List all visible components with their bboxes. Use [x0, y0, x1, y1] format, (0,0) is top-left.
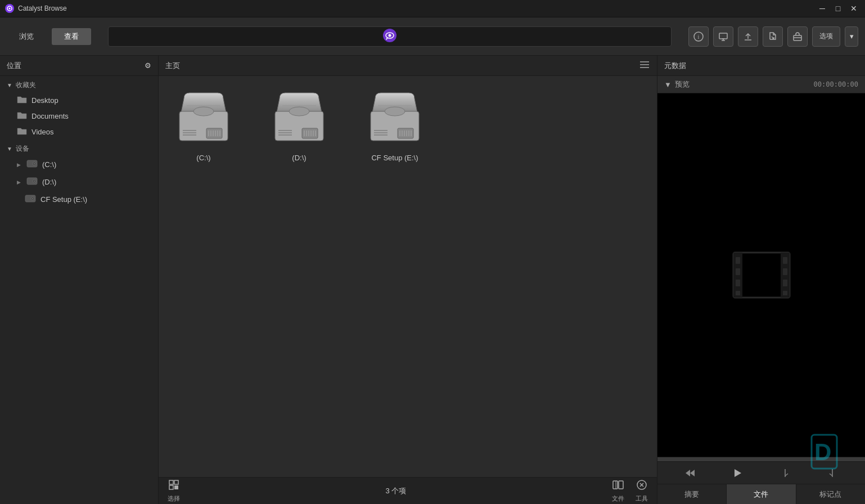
devices-label: 设备 [16, 144, 29, 154]
metadata-tabs: 摘要 文件 标记点 [657, 484, 865, 504]
favorites-label: 收藏夹 [16, 80, 36, 90]
svg-rect-89 [783, 280, 787, 286]
bottom-bar: 选择 3 个项 文件 [159, 477, 657, 504]
drive-icon-e [361, 87, 429, 149]
content-drive-grid: (C:\) [159, 76, 657, 477]
sidebar-e-drive-label: CF Setup (E:\) [40, 195, 87, 204]
svg-marker-91 [686, 470, 690, 476]
play-button[interactable] [729, 465, 746, 482]
content-home-label: 主页 [165, 61, 180, 71]
sidebar-videos-label: Videos [31, 128, 54, 136]
search-bar[interactable] [108, 26, 672, 47]
devices-arrow-icon: ▼ [7, 146, 12, 152]
minimize-button[interactable]: ─ [816, 3, 829, 14]
metadata-label: 元数据 [664, 61, 686, 71]
display-button[interactable] [713, 26, 733, 47]
info-button[interactable]: i [688, 26, 709, 47]
svg-point-5 [389, 34, 391, 37]
favorites-arrow-icon: ▼ [7, 82, 12, 88]
titlebar-controls: ─ □ ✕ [816, 3, 861, 14]
svg-point-25 [34, 181, 35, 182]
options-label: 选项 [819, 32, 833, 41]
options-dropdown-arrow[interactable]: ▾ [845, 26, 858, 47]
svg-rect-83 [736, 257, 740, 264]
main-layout: 位置 ⚙ ▼ 收藏夹 Desktop Documents [0, 56, 865, 504]
hdd-icon-d [26, 176, 38, 188]
sidebar-settings-icon[interactable]: ⚙ [145, 61, 151, 70]
upload-button[interactable] [738, 26, 758, 47]
preview-video-area [657, 93, 865, 457]
sidebar-documents-label: Documents [31, 112, 69, 120]
toolbar: 浏览 查看 i [0, 17, 865, 56]
sidebar-item-c-drive[interactable]: ▶ (C:\) [0, 156, 158, 173]
svg-point-61 [385, 107, 405, 116]
drive-item-d[interactable]: (D:\) [265, 87, 333, 162]
summary-tab-label: 摘要 [684, 489, 699, 500]
svg-rect-85 [736, 280, 740, 286]
sidebar-item-desktop[interactable]: Desktop [0, 92, 158, 108]
svg-point-48 [289, 107, 309, 116]
rewind-button[interactable] [682, 465, 699, 482]
drive-icon-d [265, 87, 333, 149]
drive-item-e[interactable]: CF Setup (E:\) [361, 87, 429, 162]
tab-markers[interactable]: 标记点 [796, 484, 865, 504]
mark-out-button[interactable] [824, 465, 841, 482]
files-button[interactable]: 文件 [612, 479, 624, 503]
content-header: 主页 [159, 56, 657, 76]
svg-text:i: i [698, 34, 700, 40]
dropdown-arrow-icon: ▾ [850, 32, 854, 40]
svg-rect-76 [613, 481, 618, 489]
svg-marker-92 [690, 470, 695, 476]
tab-summary[interactable]: 摘要 [657, 484, 727, 504]
export-button[interactable] [763, 26, 783, 47]
preview-scrubber[interactable] [657, 457, 865, 461]
toolbox-icon[interactable] [787, 26, 808, 47]
svg-rect-84 [736, 268, 740, 275]
svg-rect-73 [174, 480, 178, 484]
preview-eye-icon [382, 28, 398, 45]
drive-e-label: CF Setup (E:\) [371, 154, 418, 162]
svg-rect-9 [719, 33, 727, 39]
svg-rect-74 [169, 485, 173, 489]
svg-rect-75 [174, 485, 178, 489]
svg-rect-77 [619, 481, 623, 489]
content-panel: 主页 [159, 56, 657, 504]
sidebar-item-e-drive[interactable]: CF Setup (E:\) [0, 191, 158, 208]
preview-label: 预览 [675, 79, 690, 89]
drive-icon-c [170, 87, 237, 149]
drive-d-label: (D:\) [292, 154, 306, 162]
tools-button[interactable]: 工具 [636, 479, 648, 503]
tab-files[interactable]: 文件 [727, 484, 796, 504]
maximize-button[interactable]: □ [831, 3, 845, 14]
devices-section-header[interactable]: ▼ 设备 [0, 140, 158, 156]
sidebar-desktop-label: Desktop [31, 96, 58, 105]
svg-point-21 [34, 163, 35, 164]
select-label: 选择 [168, 494, 180, 503]
options-button[interactable]: 选项 [812, 26, 840, 47]
preview-header: ▼ 预览 00:00:00:00 [657, 76, 865, 93]
review-tab-button[interactable]: 查看 [52, 28, 91, 45]
sidebar-item-videos[interactable]: Videos [0, 124, 158, 140]
folder-icon-documents [17, 111, 27, 121]
files-label: 文件 [612, 494, 624, 503]
preview-controls [657, 461, 865, 484]
svg-rect-87 [783, 257, 787, 264]
sidebar-location-label: 位置 [7, 61, 21, 71]
preview-section: ▼ 预览 00:00:00:00 [657, 76, 865, 504]
list-view-icon[interactable] [639, 60, 650, 71]
film-placeholder-icon [728, 247, 795, 303]
drive-item-c[interactable]: (C:\) [170, 87, 237, 162]
mark-in-button[interactable] [777, 465, 794, 482]
tools-label: 工具 [636, 494, 648, 503]
preview-collapse-arrow[interactable]: ▼ [664, 80, 672, 89]
svg-point-29 [32, 198, 33, 199]
sidebar-item-d-drive[interactable]: ▶ (D:\) [0, 173, 158, 191]
tools-icon [636, 479, 647, 493]
sidebar-item-documents[interactable]: Documents [0, 108, 158, 124]
svg-point-35 [193, 107, 214, 116]
close-button[interactable]: ✕ [847, 3, 861, 14]
drive-c-label: (C:\) [196, 154, 210, 162]
select-button[interactable]: 选择 [168, 479, 180, 503]
favorites-section-header[interactable]: ▼ 收藏夹 [0, 76, 158, 92]
browse-tab-button[interactable]: 浏览 [7, 28, 46, 45]
